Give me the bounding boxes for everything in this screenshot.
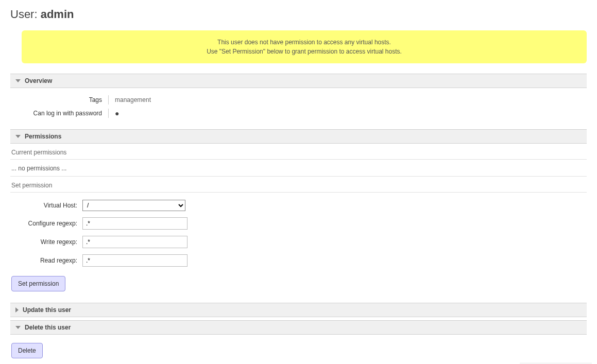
- vhost-select[interactable]: /: [82, 200, 185, 211]
- title-username: admin: [41, 8, 74, 21]
- tags-value: management: [115, 96, 151, 103]
- configure-label: Configure regexp:: [10, 220, 82, 227]
- set-permission-title: Set permission: [10, 177, 587, 193]
- permission-form: Virtual Host: / Configure regexp: Write …: [10, 200, 587, 267]
- current-permissions-title: Current permissions: [10, 144, 587, 160]
- set-permission-button[interactable]: Set permission: [11, 276, 65, 291]
- permissions-title: Permissions: [25, 133, 61, 140]
- chevron-right-icon: [15, 307, 19, 313]
- read-label: Read regexp:: [10, 257, 82, 264]
- delete-title: Delete this user: [25, 324, 71, 331]
- configure-input[interactable]: [82, 217, 187, 230]
- chevron-down-icon: [15, 135, 21, 138]
- page-title: User: admin: [10, 8, 587, 21]
- delete-button[interactable]: Delete: [11, 343, 43, 358]
- section-header-update[interactable]: Update this user: [10, 303, 587, 317]
- write-input[interactable]: [82, 236, 187, 248]
- login-value: ●: [115, 109, 119, 117]
- section-header-overview[interactable]: Overview: [10, 74, 587, 88]
- vhost-label: Virtual Host:: [10, 202, 82, 209]
- no-permissions-text: ... no permissions ...: [10, 160, 587, 177]
- chevron-down-icon: [15, 326, 21, 329]
- section-header-delete[interactable]: Delete this user: [10, 320, 587, 335]
- write-label: Write regexp:: [10, 238, 82, 246]
- warning-banner: This user does not have permission to ac…: [22, 30, 587, 63]
- read-input[interactable]: [82, 254, 187, 267]
- login-label: Can log in with password: [10, 110, 108, 117]
- chevron-down-icon: [15, 79, 21, 82]
- overview-title: Overview: [25, 77, 52, 84]
- warning-line2: Use "Set Permission" below to grant perm…: [37, 47, 571, 56]
- warning-line1: This user does not have permission to ac…: [37, 38, 571, 47]
- overview-content: Tags management Can log in with password…: [10, 93, 587, 120]
- tags-label: Tags: [10, 96, 108, 103]
- update-title: Update this user: [23, 306, 71, 314]
- section-header-permissions[interactable]: Permissions: [10, 129, 587, 144]
- title-prefix: User:: [10, 8, 41, 21]
